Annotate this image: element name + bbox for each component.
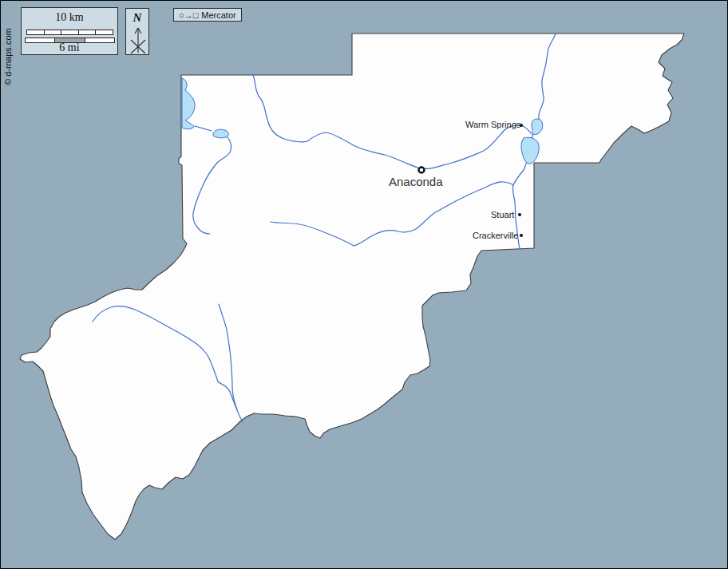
city-dot-crackerville	[520, 234, 523, 237]
compass-north-label: N	[126, 11, 148, 25]
scale-km-label: 10 km	[22, 11, 117, 24]
scale-km-segment	[27, 30, 45, 34]
scale-km-segment	[79, 30, 97, 34]
city-label-crackerville: Crackerville	[473, 231, 518, 240]
projection-panel: ○→□ Mercator	[173, 8, 242, 22]
city-dot-stuart	[518, 213, 521, 216]
city-label-stuart: Stuart	[491, 211, 514, 219]
scale-mi-label: 6 mi	[22, 41, 117, 54]
outlet-pond	[213, 129, 228, 138]
map-canvas	[1, 1, 728, 569]
scale-km-segment	[96, 30, 113, 34]
map-screenshot: Warm Springs Anaconda Stuart Crackervill…	[0, 0, 728, 569]
city-label-anaconda: Anaconda	[389, 176, 443, 188]
compass-arrow-icon	[129, 26, 148, 55]
compass-panel: N	[125, 8, 149, 55]
city-label-warm-springs: Warm Springs	[465, 121, 520, 129]
scale-bar-km	[26, 30, 113, 35]
copyright-text: © d-maps.com	[3, 28, 13, 85]
county-shape	[20, 34, 684, 539]
projection-symbols-icon: ○→□	[179, 10, 198, 20]
city-marker-anaconda	[419, 168, 425, 173]
scale-km-segment	[61, 30, 79, 34]
scale-bar-panel: 10 km 6 mi	[21, 7, 118, 55]
scale-km-segment	[45, 30, 62, 34]
projection-name: Mercator	[201, 10, 235, 20]
